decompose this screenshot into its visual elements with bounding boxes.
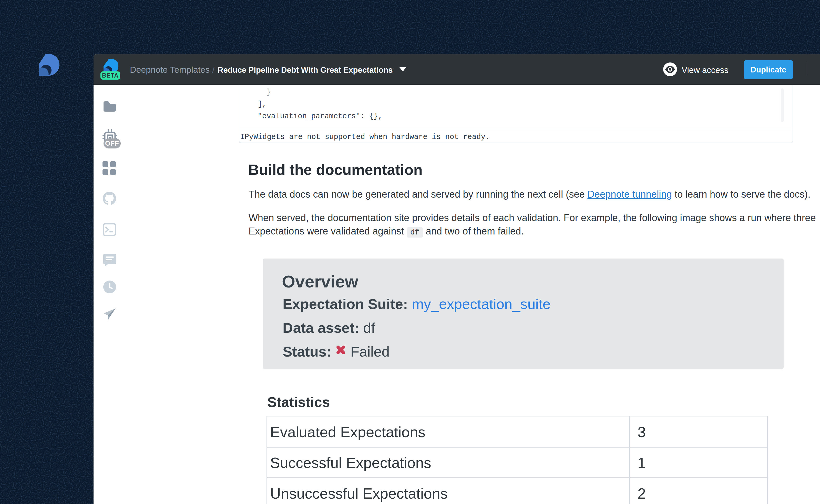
svg-text:BETA: BETA	[102, 72, 119, 79]
svg-text:OFF: OFF	[105, 140, 119, 147]
